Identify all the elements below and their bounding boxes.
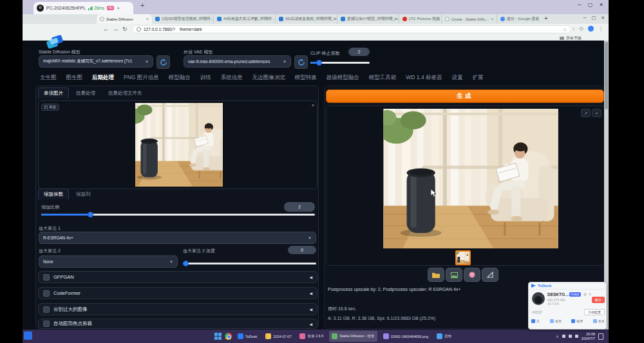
browser-tab[interactable]: AI绘画放大算法详解_哔哩哔…× [214,14,276,24]
clip-skip-value[interactable]: 2 [348,48,370,56]
resize-slider[interactable] [41,214,315,216]
fullscreen-icon[interactable]: ↗ [581,109,591,117]
tab-batch-from-directory[interactable]: 批量处理文件夹 [102,88,148,98]
bookmark-star-icon[interactable]: ☆ [563,27,567,32]
accordion-split-oversize[interactable]: 分割过大的图像◀ [38,303,317,315]
generate-button[interactable]: 生成 [326,89,604,103]
browser-tab[interactable]: 超分 - Google 搜索 [497,14,541,24]
todesk-session-tab[interactable]: PC-20240625HFPL 28ms HD × [33,2,133,14]
open-folder-button[interactable] [428,268,444,282]
tab-super-merger[interactable]: 超级模型融合 [327,74,359,82]
reload-icon[interactable]: ↻ [122,26,128,32]
disconnect-button[interactable]: 断开 [592,297,605,303]
minimize-icon[interactable]: ─ [583,15,587,21]
tray-expand-icon[interactable]: ∧ [556,334,558,338]
back-icon[interactable]: ← [103,26,109,32]
source-image-dropzone[interactable]: 来源 × [38,100,317,189]
new-tab-icon[interactable]: + [544,15,548,22]
chrome-icon[interactable] [225,333,232,340]
tab-png-info[interactable]: PNG 图片信息 [124,74,159,82]
output-image[interactable] [383,109,558,248]
close-icon[interactable]: ✕ [601,15,605,21]
maximize-icon[interactable]: ▢ [592,15,596,21]
accordion-auto-focal-crop[interactable]: 自动面部焦点剪裁◀ [38,319,317,329]
screenshot-button[interactable]: 截屏 [571,319,583,323]
resize-value[interactable]: 2 [284,202,315,212]
close-icon[interactable]: ✕ [599,2,603,8]
browser-tab[interactable]: Civitai - Stable Diffu…× [442,14,497,24]
tab-single-image[interactable]: 单张图片 [38,88,69,98]
send-to-img2img-button[interactable] [482,268,498,282]
notification-icon[interactable] [598,333,603,340]
checkbox[interactable] [43,306,50,313]
session-close-icon[interactable]: × [117,6,120,11]
checkbox[interactable] [43,320,50,327]
close-gallery-icon[interactable]: × [592,109,601,117]
checkbox[interactable] [43,290,50,297]
browser-tab[interactable]: LTC Pictures 视频× [399,14,442,24]
tab-extras[interactable]: 后期处理 [92,74,114,82]
pinned-app-icon[interactable] [24,331,32,340]
tray-icon[interactable] [569,335,572,338]
download-icon[interactable]: ↓ [573,26,575,32]
forward-icon[interactable]: → [113,26,118,32]
tab-settings[interactable]: 设置 [451,74,462,82]
tab-close-icon[interactable]: × [491,17,494,21]
new-session-icon[interactable]: + [140,1,144,9]
tab-batch-process[interactable]: 批量处理 [70,88,101,98]
taskbar-item[interactable]: 2024-07-07 [263,331,294,342]
upscaler2-dropdown[interactable]: None▼ [39,255,178,268]
upgrade-button[interactable]: 升级配置 [584,309,605,315]
more-button[interactable]: 更多 [593,319,605,323]
send-to-extras-button[interactable] [464,268,480,282]
quality-toggle[interactable]: 画质 [550,319,562,323]
browser-tab[interactable]: Stable Diffusion× [97,14,152,24]
slider-handle[interactable] [88,212,93,218]
slider-handle[interactable] [316,60,322,66]
clip-skip-slider[interactable] [310,62,370,64]
taskbar-item[interactable]: 登录 2.6.5 [297,331,326,342]
slider-handle[interactable] [183,261,189,266]
vae-dropdown[interactable]: vae-ft-mse-840000-ema-pruned.safetensors… [184,55,291,68]
address-bar[interactable]: 127.0.0.1:7860/?__theme=dark ☆ [132,25,571,33]
browser-tab[interactable]: 麦橘写实V7模型_哔哩哔哩_bi…× [337,14,399,24]
browser-tab[interactable]: C站SD模型使用教程_哔哩哔…× [152,14,214,24]
maximize-icon[interactable]: ▢ [588,2,593,8]
upscaler2-strength-slider[interactable] [183,263,316,264]
site-info-icon[interactable] [137,27,141,32]
call-icon[interactable]: ✆ [583,292,587,297]
accordion-codeformer[interactable]: CodeFormer◀ [38,287,317,299]
upscaler1-dropdown[interactable]: R-ESRGAN 4x+▼ [39,232,316,244]
browser-tab[interactable]: SD高清修复教程_哔哩哔哩_bi…× [276,14,337,24]
tab-extensions[interactable]: 扩展 [472,74,483,82]
checkbox[interactable] [43,274,50,281]
model-refresh-button[interactable] [156,55,170,69]
accordion-gfpgan[interactable]: GFPGAN◀ [38,271,317,283]
taskbar-item[interactable]: 15062-1663464656.png [381,331,431,342]
clear-image-icon[interactable]: × [312,103,314,107]
model-dropdown[interactable]: majicMIX realistic 麦橘写实_v7.safetensors [… [39,55,153,68]
extensions-icon[interactable]: ◇ [580,26,583,32]
start-button[interactable] [214,333,222,340]
tab-close-icon[interactable]: × [146,17,149,21]
sound-toggle[interactable]: 开 [531,319,540,323]
chevron-down-icon[interactable]: ▾ [589,292,591,296]
taskbar-clock[interactable]: 20:062024/7/7 [582,332,595,341]
tab-model-converter[interactable]: 模型转换 [295,74,317,82]
tray-icon[interactable] [562,335,565,338]
taskbar-item-active[interactable]: Stable Diffusion - 绘世 [329,331,377,342]
tab-scale-by[interactable]: 缩放倍数 [38,189,69,199]
menu-kebab-icon[interactable]: ⋮ [598,26,603,32]
minimize-icon[interactable]: ─ [578,2,582,8]
tab-infinite-browser[interactable]: 无边图像浏览 [252,74,285,82]
gallery-thumbnail[interactable] [455,250,471,265]
save-image-button[interactable] [446,268,462,282]
tab-model-toolkit[interactable]: 模型工具箱 [369,74,397,82]
tab-txt2img[interactable]: 文生图 [40,74,57,82]
vae-refresh-button[interactable] [294,55,308,69]
tray-icon[interactable] [575,335,578,338]
scrollbar-thumb[interactable] [605,42,608,109]
tab-img2img[interactable]: 图生图 [66,74,83,82]
tab-checkpoint-merger[interactable]: 模型融合 [169,74,191,82]
taskbar-item[interactable]: ToDesk [235,331,260,342]
